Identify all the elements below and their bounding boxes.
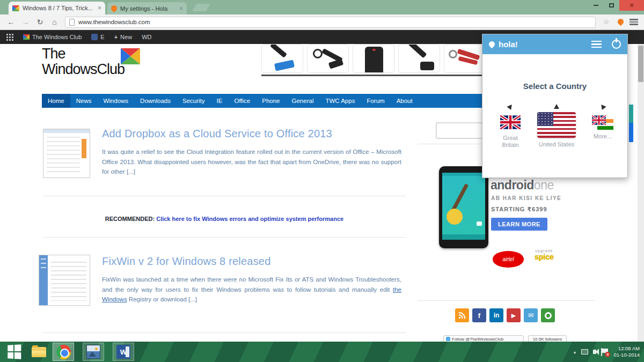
hola-extension-icon[interactable] — [614, 17, 627, 27]
upgrade-text: upgrade — [535, 249, 554, 253]
country-more[interactable]: More... — [580, 101, 625, 140]
address-bar[interactable]: www.thewindowsclub.com — [65, 17, 596, 28]
product-card[interactable] — [261, 44, 303, 73]
tab-windows-club[interactable]: Windows 8 / 7 Tips, Trick... × — [9, 2, 105, 14]
nav-security[interactable]: Security — [177, 94, 211, 108]
home-button[interactable]: ⌂ — [48, 15, 61, 29]
nav-ie[interactable]: IE — [211, 94, 229, 108]
us-flag-icon[interactable] — [533, 112, 580, 138]
article-title[interactable]: Add Dropbox as a Cloud Service to Office… — [102, 128, 332, 140]
tab-close-icon[interactable]: × — [179, 5, 183, 12]
more-flags-icon[interactable] — [580, 115, 625, 130]
hola-menu-icon[interactable] — [591, 39, 602, 50]
product-card[interactable] — [307, 44, 349, 73]
new-tab-button[interactable] — [192, 4, 210, 11]
bookmark-new[interactable]: + New — [114, 34, 132, 40]
hola-power-icon[interactable] — [612, 40, 621, 49]
cursor-mark-icon — [554, 104, 559, 109]
brand-text: one — [534, 178, 554, 192]
country-great-britain[interactable]: Great Britain — [488, 101, 533, 149]
tab-close-icon[interactable]: × — [98, 5, 101, 11]
article-excerpt: FixWin was launched at a time when there… — [102, 275, 401, 305]
nav-forum[interactable]: Forum — [361, 94, 390, 108]
scrollbar-thumb[interactable] — [638, 46, 643, 82]
ring-glyph — [545, 312, 552, 319]
url-text[interactable]: www.thewindowsclub.com — [78, 19, 150, 25]
nav-windows[interactable]: Windows — [97, 94, 134, 108]
nav-downloads[interactable]: Downloads — [134, 94, 177, 108]
file-explorer-button[interactable] — [28, 343, 49, 361]
recommended-link[interactable]: Click here to fix Windows errors and opt… — [156, 216, 343, 222]
maximize-button[interactable] — [604, 0, 619, 11]
divider — [43, 333, 406, 333]
bookmark-the-windows-club[interactable]: The Windows Club — [23, 34, 82, 40]
email-icon[interactable]: ✉ — [524, 308, 538, 322]
window-controls: × — [588, 0, 644, 11]
nav-twc-apps[interactable]: TWC Apps — [319, 94, 361, 108]
product-card[interactable] — [398, 44, 440, 73]
nav-about[interactable]: About — [391, 94, 419, 108]
reload-button[interactable]: ↻ — [33, 15, 47, 29]
google-plus-icon[interactable] — [541, 308, 555, 322]
facebook-icon[interactable]: f — [472, 308, 486, 322]
country-united-states[interactable]: United States — [533, 101, 580, 148]
minimize-button[interactable] — [588, 0, 604, 11]
bookmark-wd[interactable]: WD — [142, 34, 151, 40]
product-card[interactable] — [353, 44, 394, 73]
twitter-follow-button[interactable]: Follow @TheWindowsClub — [443, 335, 524, 342]
action-center-flag-icon[interactable]: x — [601, 348, 609, 356]
scrollbar[interactable] — [638, 44, 644, 342]
excerpt-text: Registry or download [...] — [127, 296, 197, 302]
taskbar-clock[interactable]: 12:08 AM 01-10-2014 — [613, 345, 640, 358]
photos-taskbar-button[interactable] — [83, 343, 104, 361]
volume-icon[interactable] — [593, 350, 596, 354]
tab-hola-settings[interactable]: My settings - Hola × — [107, 2, 187, 14]
select-country-heading: Select a Country — [482, 82, 627, 91]
twitter-followers-count[interactable]: 10.5K followers — [528, 335, 567, 342]
tab-title: My settings - Hola — [120, 5, 176, 12]
folder-icon — [32, 347, 46, 357]
article-thumbnail[interactable] — [39, 255, 90, 306]
nav-home[interactable]: Home — [42, 94, 70, 108]
flame-icon — [616, 18, 625, 26]
tab-title: Windows 8 / 7 Tips, Trick... — [23, 5, 94, 11]
nav-office[interactable]: Office — [228, 94, 256, 108]
nav-general[interactable]: General — [286, 94, 320, 108]
product-card[interactable] — [444, 44, 486, 73]
tray-expand-icon[interactable]: ▲ — [573, 350, 576, 354]
hola-brand: hola! — [499, 40, 518, 49]
start-button[interactable] — [3, 343, 25, 361]
country-label: Great Britain — [498, 135, 523, 149]
nav-phone[interactable]: Phone — [256, 94, 286, 108]
apps-grid-icon[interactable] — [6, 34, 13, 41]
word-icon: W — [116, 345, 130, 359]
android-one-ad[interactable]: androidone AB HAR KISI KE LIYE STARTING … — [423, 161, 596, 285]
close-window-button[interactable]: × — [619, 0, 644, 11]
learn-more-button[interactable]: LEARN MORE — [491, 218, 547, 231]
back-button[interactable]: ← — [4, 15, 18, 29]
youtube-icon[interactable]: ▶ — [507, 308, 521, 322]
nav-news[interactable]: News — [70, 94, 98, 108]
bookmark-e[interactable]: E — [91, 34, 104, 40]
bookmark-star-icon[interactable]: ☆ — [599, 15, 613, 29]
article-title[interactable]: FixWin v 2 for Windows 8 released — [102, 255, 270, 268]
ad-tagline: AB HAR KISI KE LIYE — [491, 195, 561, 201]
rss-icon[interactable] — [455, 308, 469, 322]
android-one-logo: androidone — [491, 178, 554, 193]
alert-badge: x — [605, 352, 610, 357]
system-tray: ▲ x 12:08 AM 01-10-2014 — [573, 342, 640, 362]
taskbar: W ▲ x 12:08 AM 01-10-2014 — [0, 342, 644, 362]
network-icon[interactable] — [581, 349, 588, 354]
word-taskbar-button[interactable]: W — [113, 343, 134, 361]
forward-button[interactable]: → — [19, 15, 32, 29]
article-thumbnail[interactable] — [43, 129, 90, 178]
site-logo[interactable]: The WindowsClub — [42, 46, 125, 77]
clock-date: 01-10-2014 — [613, 352, 640, 358]
cursor-mark-icon — [507, 103, 514, 110]
twitter-bird-icon — [446, 337, 450, 341]
chrome-menu-icon[interactable] — [628, 14, 640, 29]
desktop: Windows 8 / 7 Tips, Trick... × My settin… — [0, 0, 644, 362]
gb-flag-icon[interactable] — [488, 115, 533, 131]
linkedin-icon[interactable]: in — [489, 308, 503, 322]
chrome-taskbar-button[interactable] — [53, 343, 74, 361]
